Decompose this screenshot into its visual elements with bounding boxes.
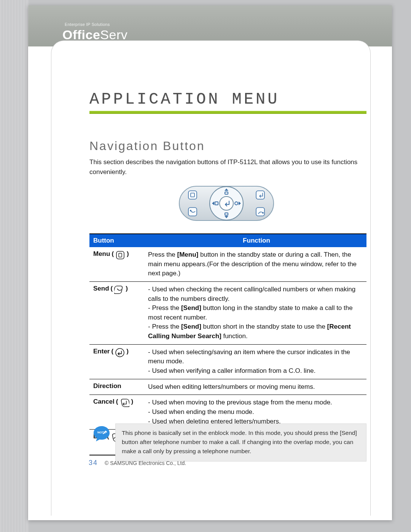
table-row: Enter ( )- Used when selecting/saving an… bbox=[89, 344, 366, 379]
cancel-key-icon bbox=[119, 398, 129, 408]
brand-logo-bold: Office bbox=[62, 27, 100, 42]
function-cell: - Used when selecting/saving an item whe… bbox=[147, 345, 366, 379]
brand-tagline: Enterprise IP Solutions bbox=[65, 22, 127, 27]
page-edge-stripe bbox=[0, 0, 28, 532]
note-text: This phone is basically set in the enblo… bbox=[122, 430, 357, 454]
content-card: APPLICATION MENU Navigation Button This … bbox=[51, 40, 371, 516]
button-label: Send bbox=[93, 285, 109, 292]
table-row: Menu ( )Press the [Menu] button in the s… bbox=[89, 247, 366, 281]
brand-block: Enterprise IP Solutions OfficeServ bbox=[62, 22, 127, 42]
enter-key-icon bbox=[115, 348, 125, 358]
menu-key-icon bbox=[115, 250, 125, 260]
th-function: Function bbox=[147, 234, 366, 247]
section-intro: This section describes the navigation bu… bbox=[89, 157, 363, 177]
function-cell: Press the [Menu] button in the standby s… bbox=[147, 247, 366, 281]
button-cell: Direction bbox=[89, 379, 147, 395]
note-icon: NOTE bbox=[92, 425, 111, 443]
button-label: Menu bbox=[93, 250, 110, 258]
brand-logo-light: Serv bbox=[100, 27, 127, 42]
title-underline bbox=[89, 111, 366, 114]
table-header-row: Button Function bbox=[89, 234, 366, 247]
send-key-icon bbox=[114, 285, 124, 295]
page-number: 34 bbox=[89, 459, 98, 467]
button-function-table: Button Function Menu ( )Press the [Menu]… bbox=[89, 233, 366, 455]
copyright: © SAMSUNG Electronics Co., Ltd. bbox=[105, 460, 186, 466]
nav-button-illustration bbox=[177, 179, 276, 228]
function-cell: Used when editing letters/numbers or mov… bbox=[147, 379, 366, 395]
chapter-title: APPLICATION MENU bbox=[89, 90, 279, 109]
th-button: Button bbox=[89, 234, 147, 247]
button-cell: Send ( ) bbox=[89, 282, 147, 344]
section-title: Navigation Button bbox=[89, 139, 205, 153]
table-row: DirectionUsed when editing letters/numbe… bbox=[89, 379, 366, 395]
page-footer: 34 © SAMSUNG Electronics Co., Ltd. bbox=[89, 459, 186, 467]
svg-rect-7 bbox=[188, 191, 197, 199]
button-label: Cancel bbox=[93, 398, 115, 406]
button-cell: Enter ( ) bbox=[89, 345, 147, 379]
page: Enterprise IP Solutions OfficeServ APPLI… bbox=[28, 5, 392, 520]
note-box: This phone is basically set in the enblo… bbox=[115, 423, 366, 462]
function-cell: - Used when checking the recent calling/… bbox=[147, 282, 366, 344]
svg-point-10 bbox=[190, 210, 191, 211]
table-row: Send ( )- Used when checking the recent … bbox=[89, 281, 366, 344]
svg-rect-8 bbox=[188, 208, 197, 216]
button-label: Direction bbox=[93, 382, 121, 390]
svg-point-13 bbox=[263, 212, 263, 213]
button-cell: Menu ( ) bbox=[89, 247, 147, 281]
button-label: Enter bbox=[93, 348, 110, 355]
